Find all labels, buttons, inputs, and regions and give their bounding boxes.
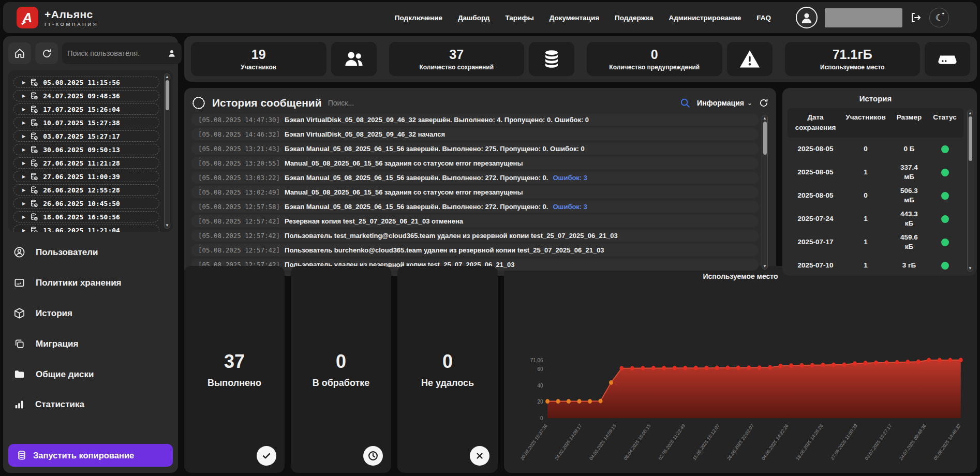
svg-text:08.04.2025 15:05:15: 08.04.2025 15:05:15 <box>623 423 651 462</box>
nav-item-7[interactable]: FAQ <box>756 14 771 22</box>
cross-circle-icon <box>470 446 489 466</box>
people-icon <box>343 48 365 70</box>
expand-caret-icon[interactable]: ▶ <box>22 107 25 112</box>
scroll-down-icon[interactable]: ▼ <box>165 223 169 228</box>
expand-caret-icon[interactable]: ▶ <box>22 121 25 125</box>
sidebar-item-1[interactable]: Пользователи <box>13 246 168 258</box>
history-row: 2025-07-171459.6кБ <box>788 231 963 254</box>
log-scrollbar-thumb[interactable] <box>763 122 767 155</box>
expand-caret-icon[interactable]: ▶ <box>22 134 25 139</box>
svg-text:04.03.2025 14:59:15: 04.03.2025 14:59:15 <box>588 423 617 462</box>
log-error-link[interactable]: Ошибок: 3 <box>553 203 587 211</box>
expand-caret-icon[interactable]: ▶ <box>22 228 25 232</box>
clock-icon <box>191 96 206 110</box>
backup-tree-item[interactable]: ▶30.06.2025 09:50:13 <box>13 144 159 155</box>
svg-text:24.07.2025 09:48:36: 24.07.2025 09:48:36 <box>898 423 927 462</box>
scroll-down-icon[interactable]: ▼ <box>763 264 767 269</box>
scroll-up-icon[interactable]: ▲ <box>165 75 169 79</box>
run-copy-button[interactable]: Запустить копирование <box>8 444 173 467</box>
status-dot-green <box>941 145 949 153</box>
dbcheck-icon <box>30 105 38 113</box>
history-column-header: Участников <box>843 112 888 133</box>
backup-tree-item[interactable]: ▶13.06.2025 11:21:04 <box>13 225 159 232</box>
nav-item-4[interactable]: Документация <box>550 14 599 22</box>
stat-card: 19Участников <box>191 42 377 76</box>
stat-value-box: 37Количество сохранений <box>389 42 525 76</box>
log-refresh-icon[interactable] <box>759 98 769 108</box>
backup-tree-item[interactable]: ▶03.07.2025 15:27:17 <box>13 130 159 142</box>
nav-item-3[interactable]: Тарифы <box>505 14 533 22</box>
stat-label: Количество сохранений <box>419 64 494 71</box>
backup-date-label: 30.06.2025 09:50:13 <box>43 146 120 154</box>
refresh-icon[interactable] <box>35 42 58 64</box>
log-message: Бэкап Manual_05_08_2025_06_15_56 завершё… <box>285 203 548 211</box>
expand-caret-icon[interactable]: ▶ <box>22 94 25 98</box>
scroll-down-icon[interactable]: ▼ <box>968 266 972 271</box>
tree-scrollbar-thumb[interactable] <box>166 80 169 110</box>
log-error-link[interactable]: Ошибок: 3 <box>553 174 587 182</box>
history-scrollbar[interactable]: ▲ ▼ <box>967 110 973 272</box>
history-date: 2025-07-10 <box>788 261 843 270</box>
status-badge <box>930 215 959 223</box>
expand-caret-icon[interactable]: ▶ <box>22 174 25 179</box>
scroll-up-icon[interactable]: ▲ <box>968 111 972 115</box>
expand-caret-icon[interactable]: ▶ <box>22 147 25 152</box>
log-search-icon[interactable] <box>679 97 691 109</box>
status-badge <box>930 192 959 200</box>
stats-icon <box>13 399 25 410</box>
expand-caret-icon[interactable]: ▶ <box>22 201 25 206</box>
sidebar-item-2[interactable]: Политики хранения <box>13 277 168 289</box>
backup-tree-item[interactable]: ▶27.06.2025 11:00:39 <box>13 171 159 182</box>
log-timestamp: [05.08.2025 14:47:30] <box>198 116 280 124</box>
warning-icon <box>738 48 761 70</box>
log-row: [05.08.2025 13:21:43]Бэкап Manual_05_08_… <box>191 143 759 155</box>
log-message: Manual_05_08_2025_06_15_56 задания со ст… <box>285 159 523 167</box>
log-list: ▲ ▼ [05.08.2025 14:47:30]Бэкап VirtualDi… <box>191 114 769 271</box>
sidebar-item-3[interactable]: История <box>13 307 168 319</box>
backup-tree: ▶05.08.2025 11:15:56▶24.07.2025 09:48:36… <box>8 70 173 232</box>
stat-value: 19 <box>251 47 266 62</box>
backup-tree-item[interactable]: ▶27.06.2025 11:21:28 <box>13 157 159 169</box>
expand-caret-icon[interactable]: ▶ <box>22 161 25 166</box>
brand[interactable]: A +Альянс IT-КОМПАНИЯ <box>17 7 98 28</box>
sidebar-item-4[interactable]: Миграция <box>13 338 168 350</box>
log-timestamp: [05.08.2025 12:57:42] <box>198 232 280 240</box>
svg-text:40: 40 <box>538 382 543 389</box>
svg-text:18.06.2025 14:26:26: 18.06.2025 14:26:26 <box>795 423 824 462</box>
log-search-input[interactable] <box>328 99 673 107</box>
sidebar-item-5[interactable]: Общие диски <box>13 368 168 380</box>
log-row: [05.08.2025 13:03:22]Бэкап Manual_05_08_… <box>191 172 759 184</box>
user-search-input[interactable] <box>67 49 164 57</box>
backup-tree-item[interactable]: ▶10.07.2025 15:27:38 <box>13 117 159 128</box>
nav-item-5[interactable]: Поддержка <box>615 14 653 22</box>
theme-toggle-moon-icon[interactable]: ☾✦ <box>929 8 949 27</box>
log-filter-dropdown[interactable]: Информация ⌄ <box>697 99 752 107</box>
brand-title: +Альянс <box>44 8 98 21</box>
history-scrollbar-thumb[interactable] <box>969 116 972 161</box>
backup-date-label: 05.08.2025 11:15:56 <box>43 79 120 86</box>
sidebar-item-label: Политики хранения <box>36 278 122 288</box>
logout-icon[interactable] <box>910 11 922 24</box>
backup-tree-item[interactable]: ▶18.06.2025 16:50:56 <box>13 211 159 222</box>
backup-tree-item[interactable]: ▶05.08.2025 11:15:56 <box>13 77 159 88</box>
nav-item-1[interactable]: Подключение <box>395 14 442 22</box>
backup-tree-item[interactable]: ▶26.06.2025 10:45:50 <box>13 198 159 209</box>
nav-item-2[interactable]: Дашборд <box>458 14 489 22</box>
nav-item-6[interactable]: Администрирование <box>669 14 741 22</box>
log-scrollbar[interactable]: ▲ ▼ <box>762 115 768 270</box>
expand-caret-icon[interactable]: ▶ <box>22 188 25 192</box>
expand-caret-icon[interactable]: ▶ <box>22 80 25 85</box>
tree-scrollbar[interactable]: ▲ ▼ <box>164 73 170 229</box>
backup-tree-item[interactable]: ▶24.07.2025 09:48:36 <box>13 90 159 101</box>
backup-tree-item[interactable]: ▶26.06.2025 12:55:28 <box>13 184 159 196</box>
expand-caret-icon[interactable]: ▶ <box>22 215 25 219</box>
sidebar-item-6[interactable]: Статистика <box>13 399 168 410</box>
user-avatar[interactable] <box>796 7 818 28</box>
backup-tree-item[interactable]: ▶17.07.2025 15:26:04 <box>13 103 159 115</box>
dbcheck-icon <box>30 213 38 221</box>
history-members: 0 <box>843 191 888 200</box>
status-card-check: 37Выполнено <box>184 266 285 473</box>
scroll-up-icon[interactable]: ▲ <box>763 116 767 121</box>
home-icon[interactable] <box>8 42 31 64</box>
svg-text:20.02.2025 15:37:36: 20.02.2025 15:37:36 <box>519 423 548 462</box>
